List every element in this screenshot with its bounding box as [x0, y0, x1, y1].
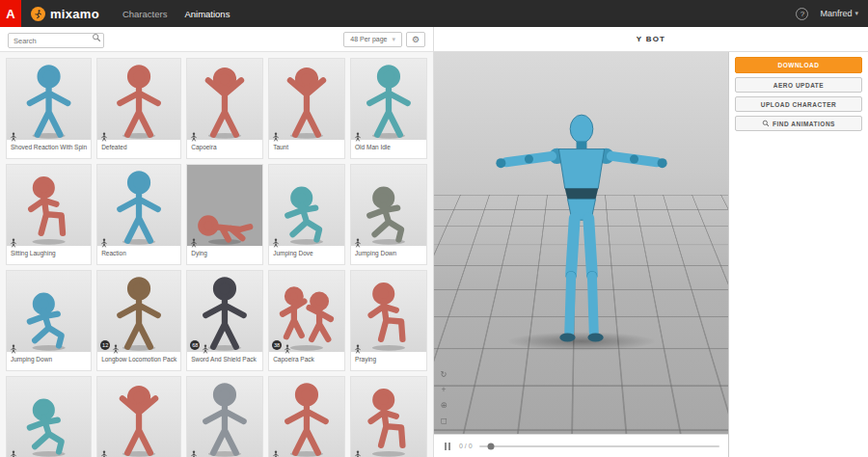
- viewer-3d[interactable]: ↻ + ⊕ ◻ 0 / 0: [434, 52, 728, 457]
- per-page-value: 48 Per page: [350, 36, 387, 42]
- animation-thumbnail[interactable]: [7, 377, 91, 457]
- animation-grid: Shoved Reaction With SpinDefeatedCapoeir…: [0, 52, 433, 457]
- character-person-icon: [272, 446, 280, 456]
- animation-card[interactable]: Capoeira: [186, 58, 263, 159]
- animation-thumbnail[interactable]: [97, 59, 180, 140]
- animation-thumbnail[interactable]: [187, 59, 262, 140]
- zoom-icon[interactable]: ⊕: [438, 399, 449, 411]
- animation-thumbnail[interactable]: [351, 271, 426, 352]
- thumbnail-meta: [10, 446, 17, 456]
- animation-card[interactable]: 12Longbow Locomotion Pack: [96, 270, 181, 371]
- thumbnail-meta: 68: [190, 340, 209, 350]
- character-person-icon: [10, 340, 17, 350]
- character-figure: [351, 165, 426, 246]
- animation-card[interactable]: Jumping Dove: [268, 164, 345, 265]
- animation-thumbnail[interactable]: [7, 271, 91, 352]
- character-figure: [7, 165, 91, 246]
- animation-thumbnail[interactable]: [269, 377, 344, 457]
- animation-card[interactable]: Dying: [186, 164, 263, 265]
- search-input[interactable]: [8, 33, 104, 48]
- animation-name: Sitting Laughing: [7, 246, 91, 264]
- timeline-slider[interactable]: [479, 445, 719, 447]
- gear-icon: ⚙: [412, 35, 420, 44]
- character-figure: [97, 59, 180, 140]
- main-content: 48 Per page ▾ ⚙ Shoved Reaction With Spi…: [0, 27, 868, 457]
- pack-count-badge: 38: [272, 340, 282, 350]
- character-person-icon: [10, 234, 17, 244]
- animation-name: Praying: [351, 352, 426, 370]
- animation-name: Old Man Idle: [351, 140, 426, 158]
- character-person-icon: [202, 340, 209, 350]
- animation-thumbnail[interactable]: [351, 165, 426, 246]
- character-title-strip: Y BOT: [434, 27, 868, 52]
- animation-card[interactable]: Defeated: [96, 58, 181, 159]
- animation-thumbnail[interactable]: [97, 165, 180, 246]
- per-page-select[interactable]: 48 Per page ▾: [343, 32, 402, 47]
- character-person-icon: [190, 234, 198, 244]
- thumbnail-meta: [100, 446, 108, 456]
- animation-card[interactable]: 68Sword And Shield Pack: [186, 270, 263, 371]
- download-label: DOWNLOAD: [778, 62, 820, 68]
- character-figure: [187, 377, 262, 457]
- adobe-logo-icon[interactable]: A: [0, 0, 21, 27]
- nav-characters[interactable]: Characters: [122, 9, 167, 19]
- animation-card[interactable]: [350, 376, 427, 457]
- animation-card[interactable]: Shoved Reaction With Spin: [6, 58, 92, 159]
- animation-thumbnail[interactable]: [351, 377, 426, 457]
- animation-thumbnail[interactable]: 68: [187, 271, 262, 352]
- frame-counter: 0 / 0: [459, 443, 473, 449]
- user-menu[interactable]: Manfred ▾: [820, 9, 858, 18]
- character-person-icon: [354, 234, 362, 244]
- character-person-icon: [100, 446, 108, 456]
- animation-name: Jumping Dove: [269, 246, 344, 264]
- animation-thumbnail[interactable]: [7, 165, 91, 246]
- download-button[interactable]: DOWNLOAD: [735, 57, 862, 73]
- animation-card[interactable]: Reaction: [96, 164, 181, 265]
- animation-thumbnail[interactable]: [269, 165, 344, 246]
- find-animations-button[interactable]: FIND ANIMATIONS: [735, 116, 862, 131]
- animation-card[interactable]: [268, 376, 345, 457]
- orbit-icon[interactable]: ↻: [438, 368, 449, 380]
- animation-thumbnail[interactable]: [269, 59, 344, 140]
- thumbnail-meta: [10, 340, 17, 350]
- animation-card[interactable]: [186, 376, 263, 457]
- chevron-down-icon: ▾: [854, 10, 858, 17]
- settings-gear-button[interactable]: ⚙: [406, 32, 425, 47]
- thumbnail-meta: [272, 128, 280, 138]
- animation-card[interactable]: Taunt: [268, 58, 345, 159]
- pause-button[interactable]: [443, 441, 452, 452]
- thumbnail-meta: [190, 234, 198, 244]
- animation-card[interactable]: Jumping Down: [350, 164, 427, 265]
- aero-update-label: AERO UPDATE: [773, 82, 824, 89]
- animation-card[interactable]: Sitting Laughing: [6, 164, 92, 265]
- animation-card[interactable]: Praying: [350, 270, 427, 371]
- timeline-handle[interactable]: [488, 443, 495, 449]
- search-icon: [762, 120, 770, 127]
- animation-card[interactable]: [96, 376, 181, 457]
- chevron-down-icon: ▾: [392, 36, 395, 43]
- animation-thumbnail[interactable]: 38: [269, 271, 344, 352]
- help-icon[interactable]: ?: [796, 8, 808, 20]
- pan-icon[interactable]: +: [438, 384, 449, 395]
- aero-update-button[interactable]: AERO UPDATE: [735, 77, 862, 93]
- thumbnail-meta: [10, 234, 17, 244]
- y-bot-character[interactable]: [485, 106, 678, 387]
- animation-card[interactable]: 38Capoeira Pack: [268, 270, 345, 371]
- animation-thumbnail[interactable]: 12: [97, 271, 180, 352]
- animation-thumbnail[interactable]: [7, 59, 91, 140]
- frame-icon[interactable]: ◻: [438, 415, 449, 426]
- animation-thumbnail[interactable]: [187, 165, 262, 246]
- animation-card[interactable]: Old Man Idle: [350, 58, 427, 159]
- animation-card[interactable]: Jumping Down: [6, 270, 92, 371]
- character-person-icon: [10, 128, 17, 138]
- mixamo-logo[interactable]: mixamo: [31, 7, 99, 21]
- character-figure: [187, 59, 262, 140]
- animation-card[interactable]: [6, 376, 92, 457]
- upload-character-button[interactable]: UPLOAD CHARACTER: [735, 96, 862, 112]
- nav-animations[interactable]: Animations: [184, 9, 230, 19]
- thumbnail-meta: [272, 446, 280, 456]
- animation-thumbnail[interactable]: [351, 59, 426, 140]
- animation-thumbnail[interactable]: [97, 377, 180, 457]
- animation-name: Dying: [187, 246, 262, 264]
- animation-thumbnail[interactable]: [187, 377, 262, 457]
